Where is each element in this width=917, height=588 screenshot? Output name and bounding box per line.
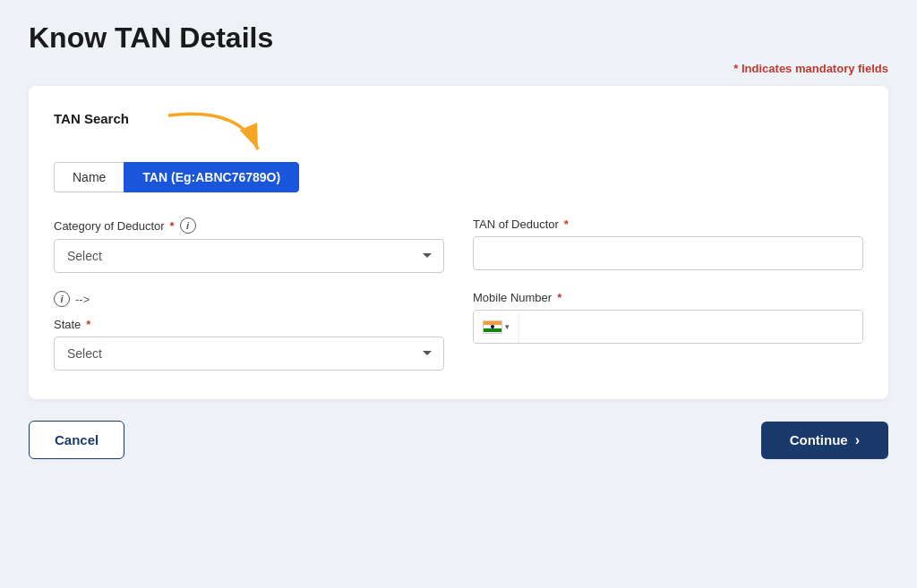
tab-row: Name TAN (Eg:ABNC76789O) bbox=[54, 162, 863, 192]
mandatory-text: Indicates mandatory fields bbox=[741, 62, 888, 75]
tan-label: TAN of Deductor * bbox=[473, 217, 863, 231]
flag-selector[interactable]: ▾ bbox=[474, 311, 519, 343]
continue-label: Continue bbox=[790, 432, 848, 447]
continue-chevron-icon: › bbox=[855, 432, 860, 448]
mobile-label: Mobile Number * bbox=[473, 291, 863, 304]
mobile-input[interactable] bbox=[519, 311, 862, 343]
tan-input[interactable] bbox=[473, 236, 863, 270]
form-card: TAN Search Name TAN (Eg:ABNC76789O) Cate… bbox=[29, 86, 888, 399]
india-flag bbox=[483, 320, 502, 334]
flag-stripe-green bbox=[484, 328, 501, 332]
button-row: Cancel Continue › bbox=[29, 421, 888, 459]
page-title: Know TAN Details bbox=[29, 21, 888, 55]
arrow-indicator bbox=[159, 107, 276, 156]
mobile-input-row: ▾ bbox=[473, 310, 863, 344]
category-label: Category of Deductor * i bbox=[54, 217, 444, 234]
category-group: Category of Deductor * i Select bbox=[54, 217, 444, 273]
arrow-text: --> bbox=[75, 293, 90, 306]
state-group: i --> State * Select bbox=[54, 291, 444, 371]
cancel-button[interactable]: Cancel bbox=[29, 421, 124, 459]
tan-required-star: * bbox=[564, 217, 569, 231]
mobile-group: Mobile Number * ▾ bbox=[473, 291, 863, 371]
tan-group: TAN of Deductor * bbox=[473, 217, 863, 273]
mandatory-star: * bbox=[733, 62, 738, 75]
continue-button[interactable]: Continue › bbox=[761, 422, 888, 459]
form-grid: Category of Deductor * i Select TAN of D… bbox=[54, 217, 863, 371]
state-info-icon[interactable]: i bbox=[54, 291, 70, 307]
category-select[interactable]: Select bbox=[54, 239, 444, 273]
state-required-star: * bbox=[86, 318, 90, 331]
tab-tan[interactable]: TAN (Eg:ABNC76789O) bbox=[124, 162, 299, 192]
state-label: State * bbox=[54, 318, 444, 331]
category-required-star: * bbox=[170, 219, 175, 233]
tab-name[interactable]: Name bbox=[54, 162, 124, 192]
mobile-required-star: * bbox=[557, 291, 561, 304]
flag-chevron-icon: ▾ bbox=[505, 322, 510, 331]
info-arrow-row: i --> bbox=[54, 291, 444, 307]
state-select[interactable]: Select bbox=[54, 337, 444, 371]
category-info-icon[interactable]: i bbox=[180, 217, 196, 234]
mandatory-note: * Indicates mandatory fields bbox=[29, 62, 888, 75]
